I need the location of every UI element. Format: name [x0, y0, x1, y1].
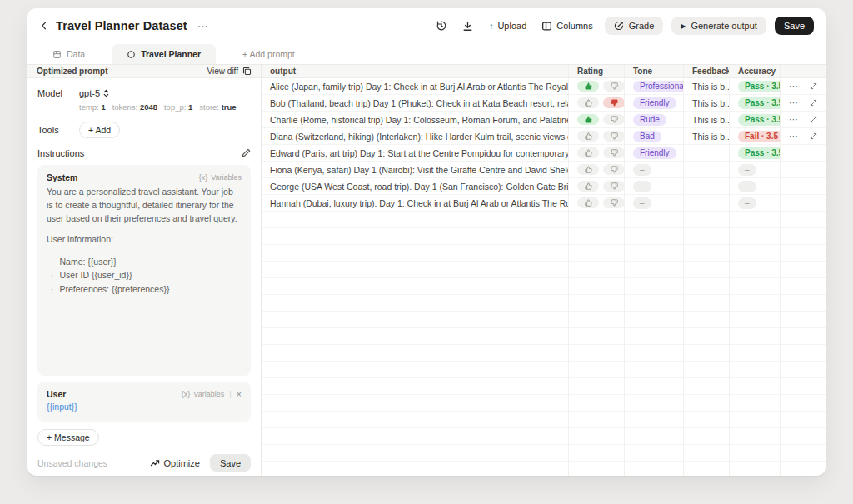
- empty-row: [262, 378, 826, 395]
- remove-message-button[interactable]: ×: [237, 389, 242, 399]
- add-message-button[interactable]: + Message: [37, 429, 99, 446]
- tab-data[interactable]: Data: [37, 44, 100, 64]
- tab-travel-planner[interactable]: Travel Planner: [112, 44, 216, 64]
- save-button[interactable]: Save: [775, 17, 814, 35]
- model-select[interactable]: gpt-5: [79, 88, 109, 98]
- output-cell[interactable]: Charlie (Rome, historical trip) Day 1: C…: [262, 112, 569, 128]
- row-actions-cell: [781, 195, 826, 212]
- save-prompt-button[interactable]: Save: [210, 454, 251, 472]
- feedback-cell[interactable]: [684, 178, 730, 195]
- row-expand-button[interactable]: [810, 132, 817, 140]
- thumbs-up-button[interactable]: [577, 97, 599, 108]
- rating-cell: [569, 128, 625, 145]
- output-cell[interactable]: Diana (Switzerland, hiking) (Interlaken)…: [262, 128, 569, 145]
- edit-instructions-button[interactable]: [241, 148, 251, 158]
- table-row: Fiona (Kenya, safari) Day 1 (Nairobi): V…: [262, 162, 826, 178]
- feedback-cell[interactable]: This is b...: [684, 112, 730, 128]
- row-more-button[interactable]: ⋯: [789, 114, 799, 125]
- tone-badge[interactable]: Friendly: [633, 147, 676, 159]
- accuracy-badge[interactable]: –: [738, 197, 756, 209]
- feedback-cell[interactable]: This is b...: [684, 78, 730, 95]
- optimize-button[interactable]: Optimize: [150, 458, 200, 468]
- tone-badge[interactable]: –: [633, 164, 651, 176]
- title-more-button[interactable]: ⋯: [194, 20, 212, 32]
- accuracy-cell: –: [730, 178, 781, 195]
- output-cell[interactable]: Alice (Japan, family trip) Day 1: Check …: [262, 78, 569, 95]
- model-params: temp: 1 tokens: 2048 top_p: 1 store: tru…: [79, 102, 251, 112]
- upload-button[interactable]: ↑ Upload: [486, 18, 530, 33]
- accuracy-badge[interactable]: –: [738, 181, 756, 192]
- row-more-button[interactable]: ⋯: [789, 97, 799, 108]
- download-button[interactable]: [459, 17, 477, 35]
- row-more-button[interactable]: ⋯: [789, 81, 799, 92]
- thumbs-up-button[interactable]: [577, 114, 599, 125]
- thumbs-down-button[interactable]: [603, 147, 625, 158]
- accuracy-badge[interactable]: Pass · 3.5: [738, 147, 781, 159]
- row-expand-button[interactable]: [810, 116, 817, 123]
- tone-badge[interactable]: Professional: [633, 81, 684, 92]
- tab-add-prompt[interactable]: + Add prompt: [227, 44, 310, 64]
- unsaved-changes-status: Unsaved changes: [37, 458, 107, 468]
- output-cell[interactable]: Hannah (Dubai, luxury trip). Day 1: Chec…: [262, 195, 569, 212]
- row-expand-button[interactable]: [810, 99, 817, 107]
- system-variables-button[interactable]: {x} Variables: [199, 173, 242, 182]
- thumbs-up-button[interactable]: [577, 81, 599, 92]
- feedback-cell[interactable]: [684, 162, 730, 178]
- thumbs-down-button[interactable]: [603, 97, 625, 108]
- user-message-block[interactable]: User {x} Variables | × {{input}}: [37, 382, 251, 422]
- generate-output-button[interactable]: ▶ Generate output: [671, 17, 766, 35]
- thumbs-down-button[interactable]: [603, 131, 625, 142]
- thumbs-down-button[interactable]: [603, 197, 625, 208]
- system-message-block[interactable]: System {x} Variables You are a personali…: [37, 165, 251, 376]
- row-actions-cell: ⋯: [781, 128, 826, 145]
- feedback-cell[interactable]: This is b...: [684, 95, 730, 112]
- thumbs-up-button[interactable]: [577, 197, 599, 208]
- history-button[interactable]: [432, 17, 451, 35]
- empty-row: [262, 428, 826, 445]
- table-body: Alice (Japan, family trip) Day 1: Check …: [262, 78, 826, 476]
- tone-badge[interactable]: –: [633, 181, 651, 192]
- grade-button[interactable]: Grade: [605, 17, 664, 35]
- thumbs-down-button[interactable]: [603, 81, 625, 92]
- row-more-button[interactable]: ⋯: [789, 131, 799, 142]
- thumbs-up-button[interactable]: [577, 181, 599, 192]
- user-variables-button[interactable]: {x} Variables: [182, 390, 224, 398]
- accuracy-badge[interactable]: Pass · 3.5: [738, 97, 781, 109]
- row-expand-button[interactable]: [810, 82, 817, 90]
- thumbs-down-button[interactable]: [603, 181, 625, 192]
- thumbs-down-button[interactable]: [603, 114, 625, 125]
- output-cell[interactable]: George (USA West Coast, road trip). Day …: [262, 178, 569, 195]
- output-cell[interactable]: Bob (Thailand, beach trip) Day 1 (Phuket…: [262, 95, 569, 112]
- add-tool-button[interactable]: + Add: [79, 122, 120, 138]
- accuracy-badge[interactable]: Fail · 3.5: [738, 131, 781, 142]
- view-diff-button[interactable]: View diff: [207, 67, 252, 76]
- accuracy-cell: Fail · 3.5: [730, 128, 781, 145]
- output-cell[interactable]: Edward (Paris, art trip) Day 1: Start at…: [262, 145, 569, 162]
- tone-badge[interactable]: –: [633, 197, 651, 209]
- output-cell[interactable]: Fiona (Kenya, safari) Day 1 (Nairobi): V…: [262, 162, 569, 178]
- thumbs-up-button[interactable]: [577, 164, 599, 175]
- rating-cell: [569, 145, 625, 162]
- feedback-cell[interactable]: [684, 145, 730, 162]
- thumbs-down-button[interactable]: [603, 164, 625, 175]
- empty-row: [262, 445, 826, 462]
- empty-row: [262, 295, 826, 312]
- chevron-left-icon: [39, 21, 49, 31]
- thumbs-up-button[interactable]: [577, 131, 599, 142]
- expand-icon: [810, 116, 817, 123]
- tools-label: Tools: [37, 125, 79, 135]
- variables-icon: {x}: [182, 390, 191, 398]
- columns-button[interactable]: Columns: [538, 18, 596, 34]
- feedback-cell[interactable]: This is b...: [684, 128, 730, 145]
- accuracy-badge[interactable]: Pass · 3.5: [738, 81, 781, 92]
- select-chevrons-icon: [103, 89, 109, 97]
- prompt-panel-header: Optimized prompt View diff: [27, 65, 261, 78]
- tone-badge[interactable]: Rude: [633, 114, 666, 126]
- accuracy-badge[interactable]: –: [738, 164, 756, 176]
- tone-badge[interactable]: Bad: [633, 131, 661, 142]
- feedback-cell[interactable]: [684, 195, 730, 212]
- back-button[interactable]: [35, 17, 53, 35]
- thumbs-up-button[interactable]: [577, 147, 599, 158]
- accuracy-badge[interactable]: Pass · 3.5: [738, 114, 781, 126]
- tone-badge[interactable]: Friendly: [633, 97, 676, 109]
